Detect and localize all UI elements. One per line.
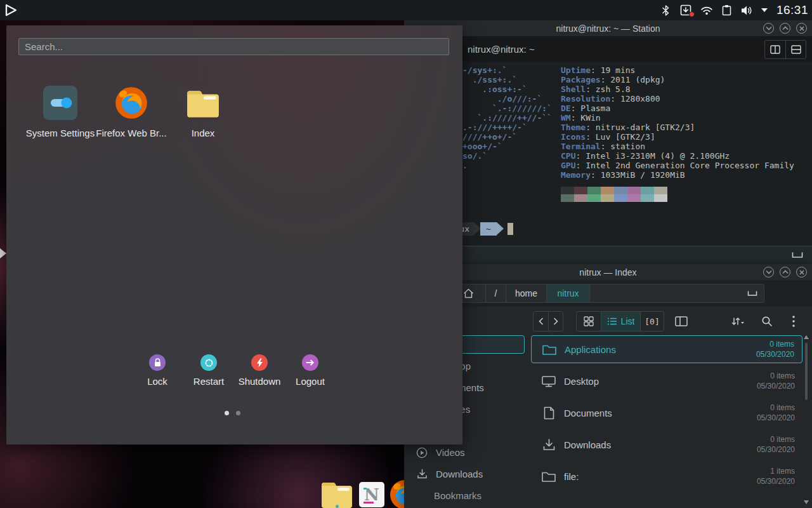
sort-button[interactable] <box>725 311 750 331</box>
clipboard-icon[interactable] <box>719 3 735 18</box>
minimize-button[interactable] <box>763 267 774 277</box>
updates-icon[interactable] <box>679 3 694 18</box>
files-titlebar[interactable]: nitrux — Index <box>404 264 812 280</box>
file-manager-window: nitrux — Index / home nitrux <box>404 264 812 508</box>
app-firefox[interactable]: Firefox Web Br... <box>93 86 169 138</box>
breadcrumb-home[interactable]: home <box>506 284 547 302</box>
download-icon <box>416 469 428 479</box>
search-input[interactable] <box>18 38 449 55</box>
system-tray: 16:31 <box>658 0 808 20</box>
clock[interactable]: 16:31 <box>774 3 808 17</box>
search-icon[interactable] <box>756 311 778 331</box>
dock-item-nota[interactable]: N <box>359 482 384 507</box>
document-icon <box>541 406 556 420</box>
item-date: 05/30/2020 <box>757 477 795 486</box>
sidebar-item-downloads[interactable]: Downloads <box>409 465 525 483</box>
arrow-right-icon <box>302 354 318 371</box>
file-row-desktop[interactable]: Desktop 0 items05/30/2020 <box>531 367 802 395</box>
neofetch-info: Uptime19 mins Packages2011 (dpkg) Shellz… <box>561 65 794 180</box>
item-count: 0 items <box>770 435 795 444</box>
neofetch-ascii-art: -/sys+:.` ./sss+:.` .:oss+:-` ./o///:-` … <box>462 65 552 170</box>
file-row-documents[interactable]: Documents 0 items05/30/2020 <box>531 399 802 427</box>
breadcrumb: / home nitrux <box>409 284 764 303</box>
dock-item-index[interactable] <box>320 480 353 508</box>
close-button[interactable] <box>796 267 807 277</box>
file-row-file[interactable]: file: 1 items05/30/2020 <box>531 462 802 490</box>
item-date: 05/30/2020 <box>757 413 795 422</box>
app-index[interactable]: Index <box>165 86 241 138</box>
close-button[interactable] <box>796 23 807 34</box>
folder-icon <box>186 86 220 120</box>
files-title: nitrux — Index <box>579 267 636 277</box>
terminal-window: nitrux@nitrux: ~ — Station nitrux@nitrux… <box>404 20 812 264</box>
app-system-settings[interactable]: System Settings <box>22 86 98 138</box>
bluetooth-icon[interactable] <box>658 3 674 18</box>
scrollbar[interactable] <box>804 335 809 504</box>
restart-icon <box>200 354 217 371</box>
minimize-button[interactable] <box>763 23 774 34</box>
page-dot[interactable] <box>236 411 240 415</box>
settings-toggle-icon <box>43 86 77 120</box>
running-indicator <box>336 505 339 508</box>
list-view-label: List <box>621 316 635 326</box>
list-view-button[interactable]: List <box>601 312 640 331</box>
item-count: 0 items <box>770 403 795 412</box>
page-dot-active[interactable] <box>225 411 229 415</box>
terminal-input-bar[interactable] <box>404 246 812 264</box>
scroll-up-arrow[interactable] <box>804 335 809 339</box>
item-count: 1 items <box>770 467 795 476</box>
miller-columns-button[interactable]: [0] <box>640 312 664 331</box>
scrollbar-thumb[interactable] <box>805 343 808 400</box>
split-view-button[interactable] <box>670 311 693 331</box>
page-indicator <box>225 411 240 415</box>
top-panel: 16:31 <box>0 0 812 20</box>
sidebar-section-bookmarks: Bookmarks <box>434 490 481 501</box>
folder-icon <box>541 471 556 483</box>
panel-reveal-arrow[interactable] <box>0 248 6 258</box>
path-bar-row: / home nitrux <box>404 280 812 307</box>
desktop-icon <box>541 375 556 387</box>
terminal-color-palette <box>561 187 667 202</box>
volume-icon[interactable] <box>740 3 755 18</box>
prompt-path-segment: ~ <box>480 222 497 236</box>
overflow-menu-icon[interactable] <box>785 311 802 331</box>
sidebar-item-videos[interactable]: Videos <box>409 443 525 462</box>
wifi-icon[interactable] <box>699 3 714 18</box>
terminal-title: nitrux@nitrux: ~ — Station <box>556 23 660 34</box>
scroll-down-arrow[interactable] <box>804 500 809 504</box>
item-date: 05/30/2020 <box>757 382 795 391</box>
nitrux-logo-icon[interactable] <box>4 3 18 20</box>
back-button[interactable] <box>534 312 548 331</box>
item-date: 05/30/2020 <box>756 350 794 359</box>
split-vertical-button[interactable] <box>765 41 785 58</box>
file-row-applications[interactable]: Applications 0 items05/30/2020 <box>531 335 802 363</box>
terminal-output[interactable]: -/sys+:.` ./sss+:.` .:oss+:-` ./o///:-` … <box>404 62 812 246</box>
terminal-titlebar[interactable]: nitrux@nitrux: ~ — Station <box>404 20 812 36</box>
app-launcher: System Settings Firefox Web Br... Index … <box>6 25 462 444</box>
split-horizontal-button[interactable] <box>785 41 806 58</box>
item-count: 0 items <box>769 340 794 349</box>
terminal-tab-bar: nitrux@nitrux: ~ <box>404 36 812 62</box>
breadcrumb-root[interactable]: / <box>486 284 506 302</box>
padlock-icon <box>149 354 166 371</box>
download-icon <box>541 438 556 451</box>
folder-icon <box>542 344 557 356</box>
maximize-button[interactable] <box>780 23 790 34</box>
logout-button[interactable]: Logout <box>278 354 342 387</box>
updates-badge <box>689 11 695 17</box>
item-count: 0 items <box>770 371 795 380</box>
breadcrumb-current[interactable]: nitrux <box>547 284 590 302</box>
tray-expander-icon[interactable] <box>760 3 769 18</box>
enter-input-icon[interactable] <box>792 250 803 261</box>
file-row-downloads[interactable]: Downloads 0 items05/30/2020 <box>531 431 802 458</box>
terminal-cursor <box>508 223 513 235</box>
bolt-icon <box>251 354 268 371</box>
terminal-tab[interactable]: nitrux@nitrux: ~ <box>468 44 535 55</box>
grid-view-button[interactable] <box>577 312 601 331</box>
firefox-icon <box>114 86 148 120</box>
play-circle-icon <box>416 447 428 458</box>
path-entry-icon[interactable] <box>590 284 764 302</box>
maximize-button[interactable] <box>780 267 790 277</box>
item-date: 05/30/2020 <box>757 445 795 454</box>
forward-button[interactable] <box>548 312 563 331</box>
